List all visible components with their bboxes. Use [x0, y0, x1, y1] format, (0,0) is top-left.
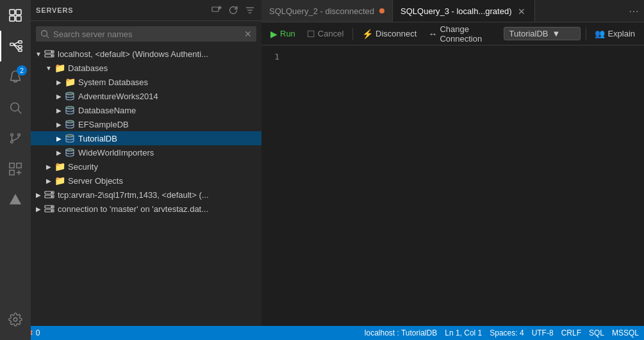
status-spaces-text: Spaces: 4	[490, 328, 524, 337]
search-icon[interactable]	[0, 92, 31, 123]
cancel-label: Cancel	[318, 29, 343, 38]
database-name: TutorialDB	[509, 29, 549, 38]
sidebar-actions	[210, 4, 256, 17]
folder-icon: 📁	[54, 175, 65, 186]
connections-icon[interactable]	[0, 31, 31, 61]
change-connection-button[interactable]: ↔ Change Connection	[424, 23, 497, 45]
svg-point-36	[66, 120, 74, 123]
database-icon	[64, 133, 76, 144]
tabs-bar: SQLQuery_2 - disconnected SQLQuery_3 - l…	[261, 0, 644, 22]
disconnect-button[interactable]: ⚡ Disconnect	[358, 28, 420, 40]
tree-label: localhost, <default> (Windows Authenti..…	[58, 49, 208, 59]
settings-icon[interactable]	[0, 304, 31, 335]
tree-arrow	[54, 119, 64, 129]
tab-sqlquery2[interactable]: SQLQuery_2 - disconnected	[261, 0, 393, 22]
tab-close-button[interactable]: ✕	[516, 6, 527, 17]
database-selector[interactable]: TutorialDB ▼	[504, 27, 581, 40]
editor-text-area[interactable]	[287, 45, 644, 326]
status-position-item: Ln 1, Col 1	[445, 328, 482, 337]
tree-arrow	[44, 175, 54, 186]
tree-container: localhost, <default> (Windows Authenti..…	[31, 47, 261, 326]
add-connection-button[interactable]	[210, 4, 223, 17]
tree-label: Security	[68, 162, 98, 172]
main-container: SERVERS ✕	[31, 0, 644, 326]
svg-point-45	[51, 206, 53, 207]
svg-point-21	[13, 318, 17, 321]
database-icon	[64, 104, 76, 116]
toolbar-divider	[352, 28, 353, 40]
tree-label: System Databases	[78, 77, 148, 87]
tree-item-tutorialdb[interactable]: TutorialDB	[31, 131, 261, 145]
tree-item-adventureworks[interactable]: AdventureWorks2014	[31, 89, 261, 103]
sidebar: SERVERS ✕	[31, 0, 261, 326]
tree-item-server-connection[interactable]: connection to 'master' on 'arvtestaz.dat…	[31, 202, 261, 216]
disconnect-label: Disconnect	[376, 29, 417, 38]
status-line-ending-text: CRLF	[561, 328, 581, 337]
tree-item-wideworldimporters[interactable]: WideWorldImporters	[31, 145, 261, 159]
status-bar: ⚠ 0 ✖ 0 localhost : TutorialDB Ln 1, Col…	[0, 326, 644, 340]
tree-item-databasename[interactable]: DatabaseName	[31, 103, 261, 117]
explorer-icon[interactable]	[0, 0, 31, 31]
svg-rect-22	[212, 7, 219, 12]
tree-arrow	[33, 190, 44, 200]
explain-button[interactable]: 👥 Explain	[591, 28, 639, 40]
server-icon	[44, 189, 55, 200]
svg-rect-5	[19, 41, 22, 44]
svg-rect-2	[10, 16, 15, 21]
tree-item-security[interactable]: 📁 Security	[31, 159, 261, 174]
svg-point-34	[66, 92, 74, 95]
search-input[interactable]	[53, 29, 240, 39]
svg-point-37	[66, 134, 74, 137]
server-icon	[44, 203, 55, 215]
tree-arrow	[44, 161, 54, 172]
tree-item-databases[interactable]: 📁 Databases	[31, 61, 261, 75]
status-encoding-item: UTF-8	[532, 328, 554, 337]
run-button[interactable]: ▶ Run	[267, 28, 299, 40]
tree-item-server-objects[interactable]: 📁 Server Objects	[31, 174, 261, 188]
extensions-icon[interactable]	[0, 154, 31, 184]
status-language-item: SQL	[589, 328, 604, 337]
tree-item-system-databases[interactable]: 📁 System Databases	[31, 75, 261, 89]
dropdown-arrow-icon: ▼	[552, 29, 561, 38]
svg-point-15	[18, 134, 21, 136]
svg-rect-19	[10, 170, 14, 175]
tab-actions-icon[interactable]: ⋯	[629, 5, 639, 17]
tree-item-server-localhost[interactable]: localhost, <default> (Windows Authenti..…	[31, 47, 261, 61]
status-spaces-item: Spaces: 4	[490, 328, 524, 337]
git-icon[interactable]	[0, 123, 31, 154]
filter-button[interactable]	[244, 4, 256, 17]
svg-rect-6	[19, 45, 22, 48]
svg-point-33	[51, 55, 53, 56]
status-connection-item[interactable]: localhost : TutorialDB	[365, 328, 437, 337]
tree-item-efsampledb[interactable]: EFSampleDB	[31, 117, 261, 131]
tree-label: Server Objects	[68, 176, 123, 186]
deployments-icon[interactable]	[0, 184, 31, 215]
sidebar-header: SERVERS	[31, 0, 261, 21]
svg-point-35	[66, 106, 74, 109]
search-clear-button[interactable]: ✕	[244, 29, 252, 39]
status-language-text: SQL	[589, 328, 604, 337]
status-encoding-text: UTF-8	[532, 328, 554, 337]
error-count: 0	[36, 328, 40, 337]
editor-content: 1	[261, 45, 644, 326]
tree-label: connection to 'master' on 'arvtestaz.dat…	[58, 204, 208, 214]
svg-marker-20	[10, 194, 21, 205]
tree-label: AdventureWorks2014	[78, 92, 158, 101]
tab-label: SQLQuery_3 - localh...grated)	[400, 6, 511, 16]
tree-arrow	[33, 204, 44, 214]
svg-point-46	[51, 210, 53, 211]
sidebar-title: SERVERS	[36, 6, 74, 14]
folder-icon: 📁	[54, 161, 65, 172]
tree-arrow	[54, 77, 64, 87]
tree-arrow	[54, 147, 64, 158]
run-label: Run	[280, 29, 295, 38]
cancel-button[interactable]: ☐ Cancel	[303, 28, 347, 40]
notifications-icon[interactable]: 2	[0, 61, 31, 92]
tree-item-server-tcp[interactable]: tcp:arvran-2\sql17rtm,1433, <default> (.…	[31, 188, 261, 202]
refresh-button[interactable]	[227, 4, 240, 17]
folder-icon: 📁	[54, 62, 65, 74]
svg-rect-7	[19, 49, 22, 52]
tab-sqlquery3[interactable]: SQLQuery_3 - localh...grated) ✕	[393, 0, 535, 22]
folder-icon: 📁	[64, 76, 76, 88]
change-connection-icon: ↔	[428, 29, 437, 39]
